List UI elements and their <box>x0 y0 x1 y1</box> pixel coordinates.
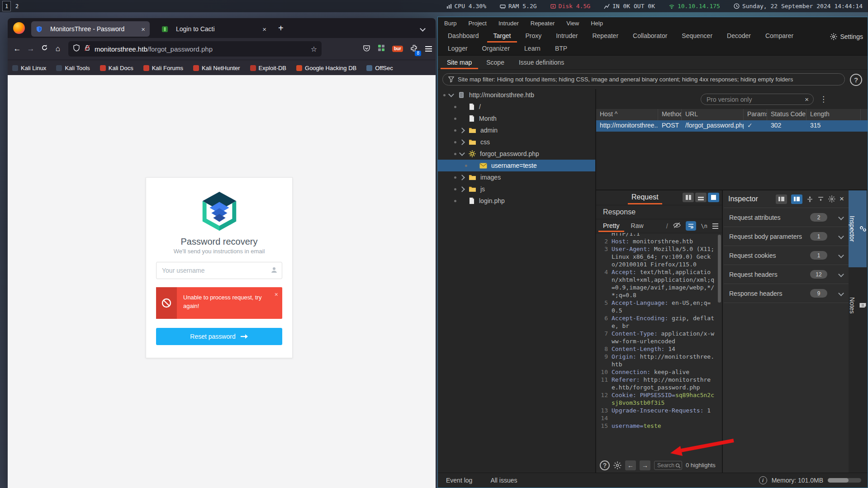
tree-item[interactable]: Month <box>438 113 595 124</box>
subtab-scope[interactable]: Scope <box>480 57 511 69</box>
kebab-menu-icon[interactable]: ⋮ <box>820 95 827 104</box>
settings-tab[interactable]: Settings <box>830 33 863 40</box>
close-inspector-icon[interactable]: × <box>840 194 844 204</box>
inspector-section-request-cookies[interactable]: Request cookies1 <box>724 246 849 265</box>
inspector-section-request-attributes[interactable]: Request attributes2 <box>724 208 849 227</box>
soft-wrap-icon[interactable] <box>686 221 696 231</box>
workspace-2[interactable]: 2 <box>13 1 21 11</box>
inspector-section-request-headers[interactable]: Request headers12 <box>724 265 849 284</box>
list-all-tabs-icon[interactable] <box>421 24 429 33</box>
firefox-logo-icon[interactable] <box>13 22 25 34</box>
burp-tab-logger[interactable]: Logger <box>441 43 474 55</box>
pretty-tab[interactable]: Pretty <box>598 220 624 232</box>
table-search[interactable]: × <box>701 94 814 105</box>
tree-expander-icon[interactable] <box>448 91 454 97</box>
tree-item[interactable]: js <box>438 183 595 195</box>
expand-all-icon[interactable] <box>806 196 813 203</box>
pocket-icon[interactable] <box>363 44 370 54</box>
bookmark-kali-tools[interactable]: Kali Tools <box>56 65 90 71</box>
menu-repeater[interactable]: Repeater <box>531 20 555 27</box>
burp-tab-collaborator[interactable]: Collaborator <box>626 30 674 43</box>
bookmark-exploit-db[interactable]: Exploit-DB <box>250 65 286 71</box>
menu-project[interactable]: Project <box>468 20 486 27</box>
tree-expander-icon[interactable] <box>459 150 465 156</box>
tree-expander-icon[interactable] <box>459 175 465 180</box>
tree-item[interactable]: admin <box>438 124 595 136</box>
extensions-icon[interactable]: 8 <box>410 44 418 54</box>
tree-expander-icon[interactable] <box>459 186 465 192</box>
burp-tab-repeater[interactable]: Repeater <box>586 30 625 43</box>
tab-monitorsthree[interactable]: MonitorsThree - Password × <box>31 21 150 37</box>
url-bar[interactable]: monitorsthree.htb/forgot_password.php ☆ <box>68 41 322 57</box>
table-row[interactable]: http://monitorsthree... POST /forgot_pas… <box>596 120 868 132</box>
inspector-split-button[interactable] <box>776 194 787 204</box>
back-button[interactable]: ← <box>10 44 24 53</box>
burp-tab-btp[interactable]: BTP <box>549 43 574 55</box>
bookmark-offsec[interactable]: OffSec <box>366 65 393 71</box>
forward-button[interactable]: → <box>24 44 38 53</box>
request-editor[interactable]: HTTP/1.12Host: monitorsthree.htb3User-Ag… <box>596 233 722 456</box>
menu-intruder[interactable]: Intruder <box>498 20 519 27</box>
menu-hamburger-icon[interactable] <box>425 46 432 52</box>
burp-tab-organizer[interactable]: Organizer <box>476 43 516 55</box>
column-host-[interactable]: Host ^ <box>596 109 658 120</box>
reset-password-button[interactable]: Reset password <box>156 328 282 345</box>
burp-tab-proxy[interactable]: Proxy <box>519 30 548 43</box>
tree-item[interactable]: images <box>438 171 595 183</box>
tab-close-icon[interactable]: × <box>262 25 266 33</box>
bookmark-star-icon[interactable]: ☆ <box>311 45 317 53</box>
menu-view[interactable]: View <box>566 20 579 27</box>
url-text[interactable]: monitorsthree.htb/forgot_password.php <box>95 45 213 53</box>
burp-extension-icon[interactable]: bur <box>392 46 403 52</box>
home-button[interactable]: ⌂ <box>51 44 65 53</box>
bookmark-google-hacking-db[interactable]: Google Hacking DB <box>296 65 356 71</box>
tree-item[interactable]: css <box>438 136 595 148</box>
inspector-pane-button[interactable] <box>791 194 802 204</box>
burp-tab-target[interactable]: Target <box>487 30 517 43</box>
column-params[interactable]: Params <box>744 109 767 120</box>
tree-item[interactable]: username=teste <box>438 160 595 171</box>
view-columns-button[interactable] <box>683 193 694 202</box>
request-tab[interactable]: Request <box>628 193 662 204</box>
tree-item[interactable]: forgot_password.php <box>438 148 595 160</box>
raw-tab[interactable]: Raw <box>626 220 648 232</box>
shield-permissions-icon[interactable] <box>73 44 80 53</box>
help-icon[interactable]: ? <box>850 74 862 86</box>
gear-icon[interactable] <box>613 461 621 469</box>
bookmark-kali-nethunter[interactable]: Kali NetHunter <box>193 65 240 71</box>
tree-item[interactable]: http://monitorsthree.htb <box>438 89 595 101</box>
tree-expander-icon[interactable] <box>459 139 465 145</box>
inspector-section-request-body-parameters[interactable]: Request body parameters1 <box>724 227 849 246</box>
gear-icon[interactable] <box>828 195 835 203</box>
burp-tab-intruder[interactable]: Intruder <box>550 30 584 43</box>
next-match-button[interactable]: → <box>640 460 650 470</box>
reload-button[interactable] <box>38 44 51 53</box>
column-method[interactable]: Method <box>658 109 682 120</box>
subtab-issue-definitions[interactable]: Issue definitions <box>512 57 570 69</box>
bookmark-kali-docs[interactable]: Kali Docs <box>100 65 133 71</box>
subtab-site-map[interactable]: Site map <box>441 57 478 69</box>
prev-match-button[interactable]: ← <box>625 460 636 470</box>
bookmark-kali-forums[interactable]: Kali Forums <box>143 65 183 71</box>
editor-scrollbar[interactable] <box>718 235 721 303</box>
burp-tab-learn[interactable]: Learn <box>518 43 547 55</box>
table-search-input[interactable] <box>706 95 805 104</box>
hide-eye-icon[interactable] <box>673 222 681 230</box>
burp-tab-comparer[interactable]: Comparer <box>759 30 800 43</box>
username-input[interactable] <box>156 262 282 279</box>
clear-search-icon[interactable]: × <box>805 95 809 103</box>
bookmark-kali-linux[interactable]: Kali Linux <box>12 65 46 71</box>
column-url[interactable]: URL <box>682 109 744 120</box>
alert-close-icon[interactable]: × <box>275 291 278 298</box>
tab-close-icon[interactable]: × <box>141 25 145 33</box>
newline-toggle[interactable]: \n <box>701 223 707 229</box>
insecure-lock-icon[interactable] <box>84 44 91 53</box>
tree-item[interactable]: login.php <box>438 195 595 207</box>
menu-help[interactable]: Help <box>591 20 603 27</box>
workspace-1[interactable]: 1 <box>2 1 11 11</box>
side-tab-inspector[interactable]: Inspector <box>849 190 867 267</box>
editor-menu-icon[interactable] <box>712 223 718 229</box>
tree-item[interactable]: / <box>438 101 595 113</box>
menu-burp[interactable]: Burp <box>444 20 456 27</box>
sitemap-filter[interactable]: Site map filter: Hiding not found items;… <box>442 73 845 85</box>
